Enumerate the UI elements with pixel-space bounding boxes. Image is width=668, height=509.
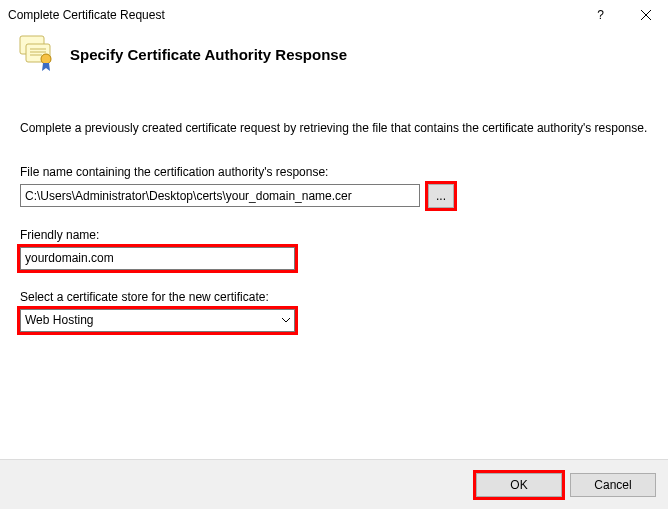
cancel-button[interactable]: Cancel — [570, 473, 656, 497]
chevron-down-icon — [282, 313, 290, 327]
friendly-name-label: Friendly name: — [20, 228, 648, 242]
filename-label: File name containing the certification a… — [20, 165, 648, 179]
close-button[interactable] — [623, 0, 668, 30]
description-text: Complete a previously created certificat… — [20, 120, 648, 137]
ok-button[interactable]: OK — [476, 473, 562, 497]
close-icon — [641, 10, 651, 20]
help-button[interactable]: ? — [578, 0, 623, 30]
cert-store-select[interactable]: Web Hosting — [20, 309, 295, 332]
certificate-icon — [16, 34, 56, 74]
svg-point-7 — [41, 54, 51, 64]
cert-store-value: Web Hosting — [25, 313, 282, 327]
friendly-name-input[interactable] — [20, 247, 295, 270]
dialog-title: Specify Certificate Authority Response — [70, 46, 347, 63]
filename-input[interactable] — [20, 184, 420, 207]
browse-button[interactable]: ... — [428, 184, 454, 208]
dialog-footer: OK Cancel — [0, 459, 668, 509]
dialog-body: Complete a previously created certificat… — [0, 120, 668, 332]
cert-store-label: Select a certificate store for the new c… — [20, 290, 648, 304]
titlebar: Complete Certificate Request ? — [0, 0, 668, 30]
window-title: Complete Certificate Request — [8, 8, 578, 22]
dialog-header: Specify Certificate Authority Response — [0, 30, 668, 94]
